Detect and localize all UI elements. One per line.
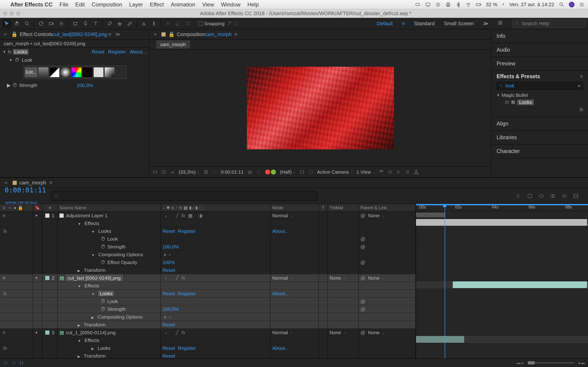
- composition-viewer[interactable]: [149, 50, 491, 166]
- selection-tool[interactable]: [2, 19, 11, 28]
- hand-tool[interactable]: [12, 19, 22, 28]
- text-tool[interactable]: [91, 19, 100, 28]
- current-time[interactable]: 0:00:01:11: [221, 169, 244, 175]
- camera-tool[interactable]: [47, 19, 56, 28]
- layer-row[interactable]: ▼ 1 Adjustment Layer 1 ⬩╱fx▦◑ Normal⌄ @ …: [0, 212, 416, 219]
- snapping-checkbox[interactable]: [198, 22, 202, 26]
- pan-behind-tool[interactable]: [57, 19, 66, 28]
- parent-dropdown[interactable]: None⌄: [368, 275, 384, 281]
- menu-window[interactable]: Window: [221, 1, 241, 8]
- timeline-comp-name[interactable]: cam_morph: [19, 180, 46, 186]
- view-axis-icon[interactable]: [183, 19, 193, 28]
- resolution-dropdown[interactable]: (Half)⌄: [280, 169, 296, 175]
- layer-property-row[interactable]: ⏱Effect Opacity100%@: [0, 259, 416, 266]
- pickwhip-icon[interactable]: @: [360, 260, 365, 265]
- reset-link[interactable]: Reset: [163, 345, 175, 351]
- puppet-tool[interactable]: [149, 19, 158, 28]
- mode-header[interactable]: Mode: [271, 204, 319, 211]
- rotation-tool[interactable]: [36, 19, 46, 28]
- close-panel-icon[interactable]: ×: [5, 180, 8, 186]
- pickwhip-icon[interactable]: @: [360, 299, 365, 304]
- look-swatch[interactable]: [49, 67, 60, 77]
- draft-3d-icon[interactable]: [527, 193, 533, 199]
- layer-color-chip[interactable]: [45, 276, 49, 280]
- mask-toggle-icon[interactable]: [308, 169, 313, 175]
- layer-bar[interactable]: [416, 219, 587, 226]
- eraser-tool[interactable]: [125, 19, 134, 28]
- layer-property-row[interactable]: ⏱Look@: [0, 235, 416, 243]
- reset-link[interactable]: Reset: [163, 267, 175, 273]
- menu-layer[interactable]: Layer: [129, 1, 143, 8]
- traffic-lights[interactable]: [0, 11, 23, 16]
- blend-mode-dropdown[interactable]: Normal⌄: [272, 275, 293, 281]
- video-toggle-icon[interactable]: [2, 276, 6, 280]
- register-link[interactable]: Register: [178, 291, 196, 296]
- clear-search-icon[interactable]: ×: [578, 83, 580, 89]
- brackets-icon[interactable]: { }: [20, 361, 23, 365]
- time-ruler[interactable]: :00s 02s 04s 06s 08s: [416, 204, 588, 211]
- motion-blur-icon[interactable]: [561, 193, 567, 199]
- pickwhip-icon[interactable]: @: [360, 275, 365, 281]
- close-panel-icon[interactable]: ×: [4, 31, 7, 37]
- fx-name[interactable]: Looks: [13, 49, 28, 55]
- reset-link[interactable]: Reset: [163, 228, 175, 234]
- timeline-search[interactable]: [51, 191, 317, 201]
- menu-composition[interactable]: Composition: [92, 1, 122, 8]
- layer-row[interactable]: ▼ 2 ▤cut_last [0062-0249].png ⬩╱fx Norma…: [0, 274, 416, 282]
- blend-mode-dropdown[interactable]: Normal⌄: [272, 330, 293, 335]
- panel-menu-icon[interactable]: ≡: [580, 73, 583, 80]
- battery-icon[interactable]: [476, 2, 481, 7]
- color-mgmt-icon[interactable]: 🔴🟢: [265, 169, 276, 175]
- layer-row[interactable]: ▼ 3 ▤cut_1_[0050-0114].png ⬩╱fx Normal⌄ …: [0, 329, 416, 336]
- preview-panel[interactable]: Preview: [492, 57, 588, 71]
- rotobrush-tool[interactable]: [139, 19, 148, 28]
- resolution-icon[interactable]: [204, 169, 208, 175]
- layer-property-row[interactable]: ⏱Look@: [0, 298, 416, 305]
- parent-dropdown[interactable]: None⌄: [368, 213, 384, 218]
- fast-preview-icon[interactable]: [396, 169, 401, 175]
- about-link[interactable]: About...: [272, 345, 289, 351]
- bluetooth-icon[interactable]: [456, 2, 461, 7]
- comp-mini-flowchart-icon[interactable]: [515, 193, 521, 199]
- look-edit-button[interactable]: Edit...: [25, 67, 37, 77]
- fx-badge-icon[interactable]: fx: [8, 49, 11, 55]
- trkmat-dropdown[interactable]: None⌄: [330, 275, 346, 281]
- flowchart-icon[interactable]: [414, 169, 419, 175]
- audio-panel[interactable]: Audio: [492, 43, 588, 57]
- workspace-overflow-icon[interactable]: ≫: [483, 21, 488, 27]
- snapshot-icon[interactable]: [247, 169, 252, 175]
- view-count-dropdown[interactable]: 1 View⌄: [356, 169, 375, 175]
- rectangle-tool[interactable]: [71, 19, 80, 28]
- stopwatch-icon[interactable]: ⏱: [12, 83, 17, 88]
- workspace-standard[interactable]: Standard: [414, 21, 435, 27]
- about-link[interactable]: About...: [272, 291, 289, 296]
- layer-property-row[interactable]: ⏱Strength100,0%@: [0, 305, 416, 313]
- stopwatch-icon[interactable]: ⏱: [15, 57, 19, 63]
- label-header[interactable]: 🔖: [33, 204, 42, 211]
- reset-link[interactable]: Reset: [163, 291, 175, 296]
- look-swatch[interactable]: [61, 67, 70, 77]
- lock-icon[interactable]: 🔒: [168, 31, 174, 37]
- pickwhip-icon[interactable]: @: [360, 213, 365, 218]
- layer-property-row[interactable]: ⏱Strength100,0%@: [0, 243, 416, 251]
- frame-blend-icon[interactable]: [550, 193, 556, 199]
- video-toggle-icon[interactable]: [2, 331, 6, 335]
- info-panel[interactable]: Info: [492, 29, 588, 43]
- layer-property-row[interactable]: ▼ Effects: [0, 336, 416, 344]
- clone-stamp-tool[interactable]: [115, 19, 124, 28]
- active-camera-dropdown[interactable]: Active Camera⌄: [317, 169, 353, 175]
- menu-animation[interactable]: Animation: [171, 1, 195, 8]
- trkmat-dropdown[interactable]: None⌄: [330, 330, 346, 335]
- fx-reset-link[interactable]: Reset: [92, 49, 104, 55]
- video-toggle-icon[interactable]: [2, 214, 6, 218]
- siri-icon[interactable]: [569, 2, 574, 7]
- composition-tab[interactable]: cam_morph: [156, 40, 190, 49]
- timeline-track-area[interactable]: :00s 02s 04s 06s 08s: [416, 204, 588, 358]
- world-axis-icon[interactable]: [173, 19, 183, 28]
- bug-icon[interactable]: [435, 2, 441, 7]
- parent-header[interactable]: Parent & Link: [359, 204, 416, 211]
- effects-folder[interactable]: ▼Magic Bullet: [497, 92, 583, 99]
- layer-property-row[interactable]: ▶ Compositing Options＋－: [0, 313, 416, 321]
- reset-link[interactable]: Reset: [163, 322, 175, 327]
- align-panel[interactable]: Align: [492, 117, 588, 131]
